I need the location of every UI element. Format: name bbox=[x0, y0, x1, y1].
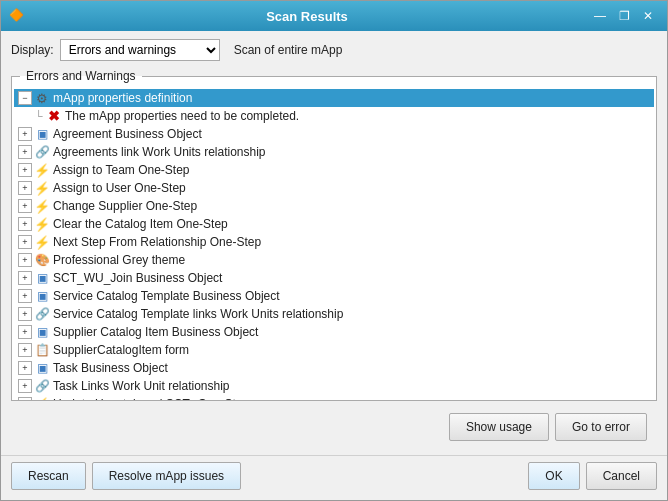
box-icon-9: ▣ bbox=[34, 288, 50, 304]
list-item[interactable]: + ▣ Task Business Object bbox=[14, 359, 654, 377]
expand-btn-3[interactable]: + bbox=[18, 181, 32, 195]
main-content: Display: Errors and warnings All items E… bbox=[1, 31, 667, 455]
list-item[interactable]: + 🔗 Service Catalog Template links Work … bbox=[14, 305, 654, 323]
list-item[interactable]: + 🎨 Professional Grey theme bbox=[14, 251, 654, 269]
scan-scope-text: Scan of entire mApp bbox=[234, 43, 343, 57]
errors-warnings-group: Errors and Warnings − ⚙ mApp properties … bbox=[11, 67, 657, 401]
list-item[interactable]: + 🔗 Agreements link Work Units relations… bbox=[14, 143, 654, 161]
expand-btn-5[interactable]: + bbox=[18, 217, 32, 231]
list-item[interactable]: + 📋 SupplierCatalogItem form bbox=[14, 341, 654, 359]
link-icon-10: 🔗 bbox=[34, 306, 50, 322]
footer-left-buttons: Rescan Resolve mApp issues bbox=[11, 462, 241, 490]
expand-btn-9[interactable]: + bbox=[18, 289, 32, 303]
warning-icon-4: ⚡ bbox=[34, 198, 50, 214]
expand-btn-7[interactable]: + bbox=[18, 253, 32, 267]
error-x-icon: ✖ bbox=[46, 108, 62, 124]
footer: Rescan Resolve mApp issues OK Cancel bbox=[1, 455, 667, 500]
list-item[interactable]: + ▣ Supplier Catalog Item Business Objec… bbox=[14, 323, 654, 341]
list-item[interactable]: + ▣ Service Catalog Template Business Ob… bbox=[14, 287, 654, 305]
expand-btn-15[interactable]: + bbox=[18, 397, 32, 400]
box-icon-11: ▣ bbox=[34, 324, 50, 340]
resolve-button[interactable]: Resolve mApp issues bbox=[92, 462, 241, 490]
close-button[interactable]: ✕ bbox=[637, 5, 659, 27]
list-item[interactable]: + ▣ Agreement Business Object bbox=[14, 125, 654, 143]
footer-right-buttons: OK Cancel bbox=[528, 462, 657, 490]
expand-root[interactable]: − bbox=[18, 91, 32, 105]
cancel-button[interactable]: Cancel bbox=[586, 462, 657, 490]
expand-btn-13[interactable]: + bbox=[18, 361, 32, 375]
list-item[interactable]: + 🔗 Task Links Work Unit relationship bbox=[14, 377, 654, 395]
warning-icon-3: ⚡ bbox=[34, 180, 50, 196]
expand-btn-2[interactable]: + bbox=[18, 163, 32, 177]
list-item[interactable]: + ▣ SCT_WU_Join Business Object bbox=[14, 269, 654, 287]
ok-button[interactable]: OK bbox=[528, 462, 579, 490]
list-item[interactable]: + ⚡ Next Step From Relationship One-Step bbox=[14, 233, 654, 251]
tree-container[interactable]: − ⚙ mApp properties definition └ ✖ The m… bbox=[12, 85, 656, 400]
app-icon: 🔶 bbox=[9, 8, 25, 24]
main-window: 🔶 Scan Results — ❐ ✕ Display: Errors and… bbox=[0, 0, 668, 501]
window-title: Scan Results bbox=[25, 9, 589, 24]
list-item[interactable]: + ⚡ Assign to User One-Step bbox=[14, 179, 654, 197]
restore-button[interactable]: ❐ bbox=[613, 5, 635, 27]
warning-icon-15: ⚡ bbox=[34, 396, 50, 400]
tree-child-error[interactable]: └ ✖ The mApp properties need to be compl… bbox=[14, 107, 654, 125]
expand-btn-1[interactable]: + bbox=[18, 145, 32, 159]
list-item[interactable]: + ⚡ Update Uncataloged SCTs One-Step bbox=[14, 395, 654, 400]
display-label: Display: bbox=[11, 43, 54, 57]
expand-btn-14[interactable]: + bbox=[18, 379, 32, 393]
expand-btn-6[interactable]: + bbox=[18, 235, 32, 249]
box-icon-13: ▣ bbox=[34, 360, 50, 376]
theme-icon-7: 🎨 bbox=[34, 252, 50, 268]
group-legend: Errors and Warnings bbox=[20, 67, 142, 85]
expand-btn-0[interactable]: + bbox=[18, 127, 32, 141]
expand-btn-12[interactable]: + bbox=[18, 343, 32, 357]
minimize-button[interactable]: — bbox=[589, 5, 611, 27]
root-item-label: mApp properties definition bbox=[53, 91, 192, 105]
expand-btn-8[interactable]: + bbox=[18, 271, 32, 285]
show-usage-button[interactable]: Show usage bbox=[449, 413, 549, 441]
box-icon-8: ▣ bbox=[34, 270, 50, 286]
expand-btn-11[interactable]: + bbox=[18, 325, 32, 339]
bottom-action-bar: Show usage Go to error bbox=[11, 407, 657, 447]
child-error-label: The mApp properties need to be completed… bbox=[65, 109, 299, 123]
window-controls: — ❐ ✕ bbox=[589, 5, 659, 27]
expand-btn-10[interactable]: + bbox=[18, 307, 32, 321]
rescan-button[interactable]: Rescan bbox=[11, 462, 86, 490]
display-select[interactable]: Errors and warnings All items Errors onl… bbox=[60, 39, 220, 61]
tree-root-item[interactable]: − ⚙ mApp properties definition bbox=[14, 89, 654, 107]
form-icon-12: 📋 bbox=[34, 342, 50, 358]
warning-icon-5: ⚡ bbox=[34, 216, 50, 232]
expand-btn-4[interactable]: + bbox=[18, 199, 32, 213]
go-to-error-button[interactable]: Go to error bbox=[555, 413, 647, 441]
warning-icon-2: ⚡ bbox=[34, 162, 50, 178]
link-icon-14: 🔗 bbox=[34, 378, 50, 394]
list-item[interactable]: + ⚡ Clear the Catalog Item One-Step bbox=[14, 215, 654, 233]
title-bar: 🔶 Scan Results — ❐ ✕ bbox=[1, 1, 667, 31]
gear-icon: ⚙ bbox=[34, 90, 50, 106]
display-row: Display: Errors and warnings All items E… bbox=[11, 39, 657, 61]
warning-icon-6: ⚡ bbox=[34, 234, 50, 250]
link-icon-1: 🔗 bbox=[34, 144, 50, 160]
list-item[interactable]: + ⚡ Assign to Team One-Step bbox=[14, 161, 654, 179]
list-item[interactable]: + ⚡ Change Supplier One-Step bbox=[14, 197, 654, 215]
box-icon-0: ▣ bbox=[34, 126, 50, 142]
